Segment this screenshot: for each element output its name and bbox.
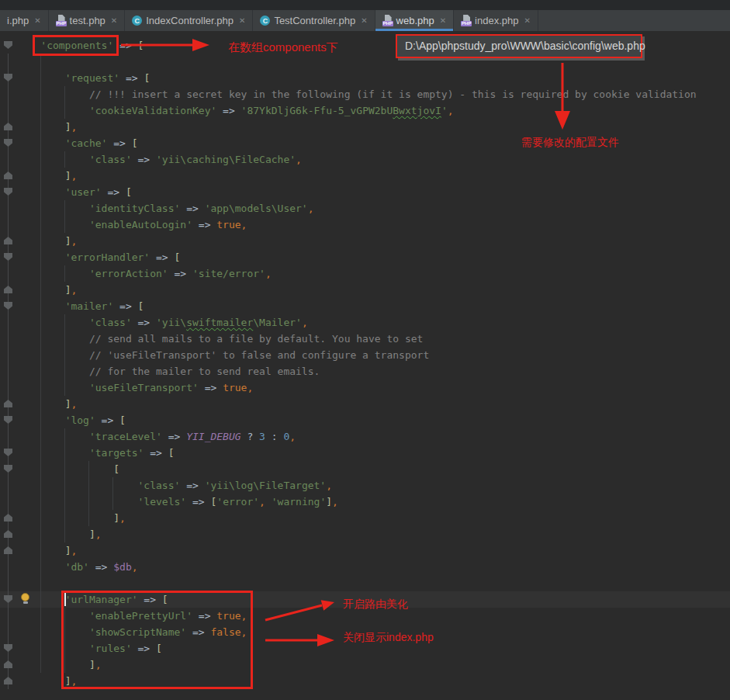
ide-window: { "tabs": [ { "label": "i.php", "icon": …: [0, 0, 730, 700]
code-line[interactable]: 'class' => 'yii\swiftmailer\Mailer',: [16, 314, 730, 331]
window-titlebar: [0, 0, 730, 10]
fold-end-icon[interactable]: [4, 546, 12, 554]
code-line[interactable]: [16, 54, 730, 70]
fold-end-icon[interactable]: [4, 677, 12, 684]
code-line[interactable]: 'urlManager' => [: [16, 591, 730, 608]
tab-web.php[interactable]: PHPweb.php✕: [375, 10, 455, 31]
code-line[interactable]: ],: [16, 542, 730, 559]
code-line[interactable]: 'class' => 'yii\caching\FileCache',: [16, 151, 730, 168]
code-line[interactable]: 'identityClass' => 'app\models\User',: [16, 200, 730, 217]
fold-collapse-icon[interactable]: [4, 302, 12, 310]
tab-close-icon[interactable]: ✕: [361, 16, 367, 25]
tab-index.php[interactable]: PHPindex.php✕: [454, 10, 538, 31]
code-line[interactable]: 'errorAction' => 'site/error',: [16, 265, 730, 282]
fold-end-icon[interactable]: [4, 514, 12, 522]
php-file-icon: PHP: [56, 15, 66, 26]
code-line[interactable]: 'targets' => [: [16, 445, 730, 461]
tab-label: index.php: [475, 15, 518, 26]
fold-collapse-icon[interactable]: [4, 41, 12, 49]
code-line[interactable]: 'cache' => [: [16, 135, 730, 151]
intention-bulb-icon[interactable]: [21, 593, 30, 605]
code-line[interactable]: // !!! insert a secret key in the follow…: [16, 86, 730, 102]
code-line[interactable]: 'class' => 'yii\log\FileTarget',: [16, 477, 730, 494]
code-line[interactable]: 'enableAutoLogin' => true,: [16, 217, 730, 233]
code-line[interactable]: // 'useFileTransport' to false and confi…: [16, 347, 730, 363]
code-line[interactable]: 'request' => [: [16, 70, 730, 86]
fold-collapse-icon[interactable]: [4, 644, 12, 652]
code-line[interactable]: ],: [16, 119, 730, 135]
code-line[interactable]: ],: [16, 282, 730, 298]
tab-label: test.php: [70, 15, 106, 26]
fold-end-icon[interactable]: [4, 286, 12, 293]
tab-close-icon[interactable]: ✕: [440, 16, 446, 25]
code-line[interactable]: 'useFileTransport' => true,: [16, 379, 730, 396]
tab-close-icon[interactable]: ✕: [239, 16, 245, 25]
fold-collapse-icon[interactable]: [4, 188, 12, 196]
tab-close-icon[interactable]: ✕: [524, 16, 531, 25]
code-line[interactable]: 'mailer' => [: [16, 298, 730, 314]
tab-i.php[interactable]: i.php✕: [0, 10, 49, 31]
fold-end-icon[interactable]: [4, 172, 12, 179]
text-caret: [64, 593, 66, 606]
gutter-divider: [8, 54, 9, 689]
code-line[interactable]: ],: [16, 510, 730, 526]
code-line[interactable]: 'enablePrettyUrl' => true,: [16, 608, 730, 624]
code-line[interactable]: ],: [16, 233, 730, 249]
fold-collapse-icon[interactable]: [4, 416, 12, 424]
code-line[interactable]: ],: [16, 396, 730, 412]
code-line[interactable]: 'log' => [: [16, 412, 730, 428]
code-line[interactable]: // for the mailer to send real emails.: [16, 363, 730, 379]
code-line[interactable]: 'components' => [: [16, 37, 730, 54]
code-line[interactable]: ],: [16, 168, 730, 184]
tab-close-icon[interactable]: ✕: [34, 16, 40, 25]
fold-collapse-icon[interactable]: [4, 253, 12, 261]
code-line[interactable]: 'user' => [: [16, 184, 730, 200]
code-area[interactable]: 'components' => [ 'request' => [ // !!! …: [16, 37, 730, 689]
tab-label: IndexController.php: [146, 15, 234, 26]
tab-bar: i.php✕PHPtest.php✕CIndexController.php✕C…: [0, 10, 730, 31]
fold-collapse-icon[interactable]: [4, 465, 12, 473]
php-file-icon: PHP: [382, 15, 393, 26]
code-line[interactable]: 'levels' => ['error', 'warning'],: [16, 494, 730, 510]
fold-end-icon[interactable]: [4, 400, 12, 407]
fold-end-icon[interactable]: [4, 237, 12, 244]
tab-TestController.php[interactable]: CTestController.php✕: [253, 10, 375, 31]
tab-test.php[interactable]: PHPtest.php✕: [49, 10, 126, 31]
fold-collapse-icon[interactable]: [4, 139, 12, 147]
code-line[interactable]: 'rules' => [: [16, 640, 730, 657]
fold-end-icon[interactable]: [4, 530, 12, 538]
code-line[interactable]: 'db' => $db,: [16, 559, 730, 575]
tab-label: TestController.php: [274, 15, 355, 26]
tab-label: web.php: [396, 15, 434, 26]
code-line[interactable]: 'showScriptName' => false,: [16, 624, 730, 640]
code-line[interactable]: [: [16, 461, 730, 477]
fold-end-icon[interactable]: [4, 660, 12, 668]
fold-collapse-icon[interactable]: [4, 449, 12, 456]
code-line[interactable]: ],: [16, 673, 730, 689]
tab-close-icon[interactable]: ✕: [111, 16, 117, 25]
class-icon: C: [260, 16, 270, 26]
code-line[interactable]: ],: [16, 657, 730, 673]
editor-pane[interactable]: 'components' => [ 'request' => [ // !!! …: [0, 31, 730, 700]
code-line[interactable]: ],: [16, 526, 730, 542]
fold-end-icon[interactable]: [4, 123, 12, 130]
code-line[interactable]: // send all mails to a file by default. …: [16, 331, 730, 347]
class-icon: C: [132, 16, 142, 26]
code-line[interactable]: [16, 575, 730, 591]
tab-label: i.php: [7, 15, 29, 26]
tab-IndexController.php[interactable]: CIndexController.php✕: [125, 10, 253, 31]
code-line[interactable]: 'errorHandler' => [: [16, 249, 730, 265]
code-line[interactable]: 'cookieValidationKey' => '87YkDljG6k-Ffu…: [16, 102, 730, 119]
fold-collapse-icon[interactable]: [4, 74, 12, 81]
code-line[interactable]: 'traceLevel' => YII_DEBUG ? 3 : 0,: [16, 428, 730, 445]
php-file-icon: PHP: [461, 15, 471, 26]
